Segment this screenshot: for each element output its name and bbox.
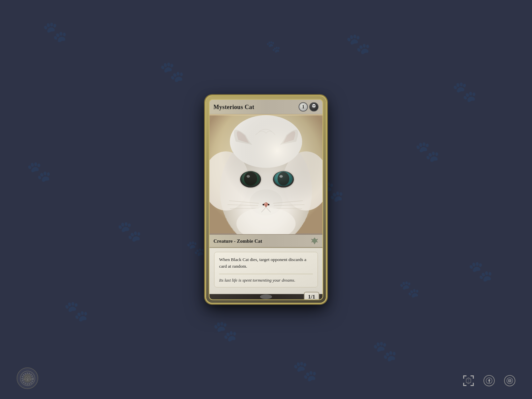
svg-rect-2	[313, 107, 314, 108]
svg-point-35	[24, 374, 32, 383]
card-title: Mysterious Cat	[213, 103, 254, 110]
bottom-icons	[463, 375, 515, 386]
card-type-text: Creature - Zombie Cat	[213, 238, 262, 244]
mana-colorless: 1	[299, 102, 308, 112]
svg-point-4	[313, 105, 314, 106]
card-inner: Mysterious Cat 1	[209, 99, 323, 300]
mana-colorless-value: 1	[302, 104, 305, 110]
instagram-icon[interactable]	[504, 375, 515, 386]
svg-point-39	[28, 377, 29, 378]
svg-point-59	[509, 380, 510, 381]
card-textbox: When Black Cat dies, target opponent dis…	[209, 248, 323, 294]
card-footer: 1/1	[209, 294, 323, 300]
ar-view-icon[interactable]	[463, 375, 474, 386]
cat-illustration	[209, 115, 323, 234]
card-header: Mysterious Cat 1	[209, 100, 323, 115]
lion-logo-icon	[19, 370, 36, 387]
svg-rect-45	[463, 375, 464, 379]
power-toughness: 1/1	[304, 292, 319, 300]
skull-icon	[311, 104, 317, 110]
svg-point-5	[314, 105, 315, 106]
bottom-logo	[17, 367, 38, 389]
card-rules-text: When Black Cat dies, target opponent dis…	[219, 256, 313, 270]
card-type-line: Creature - Zombie Cat	[209, 234, 323, 248]
logo-circle	[17, 367, 38, 389]
card-flavor-text: Its last life is spent tormenting your d…	[219, 277, 313, 283]
card-cost: 1	[299, 102, 319, 112]
svg-rect-3	[314, 107, 315, 108]
svg-point-38	[26, 377, 27, 378]
svg-point-60	[510, 379, 511, 380]
svg-point-57	[507, 378, 513, 384]
mana-black	[309, 102, 319, 112]
svg-rect-49	[463, 383, 464, 386]
card-wrapper: Mysterious Cat 1	[206, 96, 326, 303]
set-info	[260, 295, 272, 299]
facebook-icon[interactable]	[483, 375, 495, 386]
svg-rect-32	[209, 115, 323, 234]
svg-rect-51	[473, 383, 474, 386]
set-oval-marker	[260, 295, 272, 299]
svg-rect-47	[473, 375, 474, 379]
mtg-card: Mysterious Cat 1	[206, 96, 326, 303]
card-art	[209, 115, 323, 234]
set-symbol-icon	[311, 237, 319, 245]
